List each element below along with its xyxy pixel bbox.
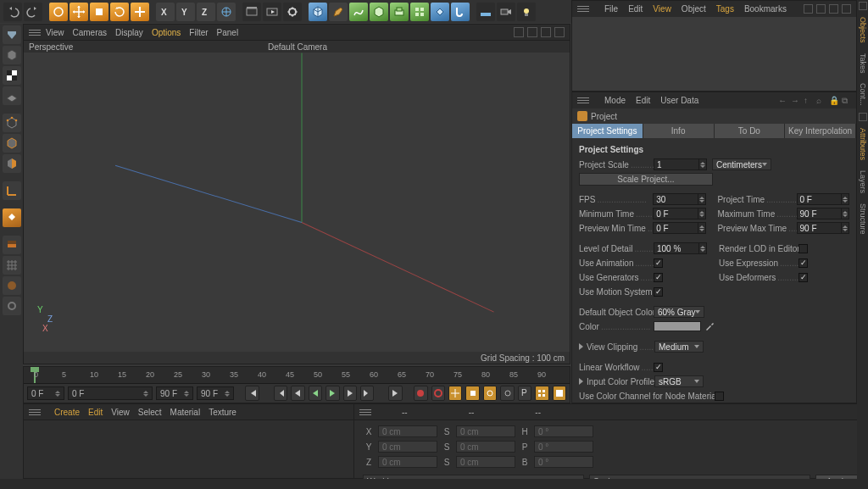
min-time-spinner[interactable] — [698, 208, 706, 219]
icp-select[interactable]: sRGB — [654, 375, 704, 387]
viewport-menu-cameras[interactable]: Cameras — [73, 28, 108, 37]
rtab-icon[interactable] — [859, 113, 867, 121]
coord-p[interactable]: 0 ° — [534, 441, 593, 453]
timeline-end[interactable]: 90 F — [156, 386, 193, 400]
texture-mode-icon[interactable] — [3, 66, 21, 85]
coord-b[interactable]: 0 ° — [534, 456, 593, 468]
viewport-orbit-icon[interactable] — [541, 27, 551, 37]
max-time-field[interactable]: 90 F — [797, 208, 843, 219]
obj-eye-icon[interactable] — [829, 4, 838, 14]
hamburger-icon[interactable] — [359, 409, 371, 415]
redo-icon[interactable] — [24, 3, 42, 21]
linear-wf-checkbox[interactable] — [654, 363, 663, 372]
prev-max-spinner[interactable] — [841, 222, 849, 234]
attr-menu-userdata[interactable]: User Data — [660, 96, 698, 105]
attr-back-icon[interactable]: ← — [778, 96, 787, 105]
obj-filter-icon[interactable] — [816, 4, 826, 14]
workplane-icon[interactable] — [3, 86, 21, 105]
expand-icon[interactable] — [579, 378, 583, 385]
project-time-spinner[interactable] — [841, 193, 849, 205]
rtab-content[interactable]: Cont... — [859, 78, 867, 111]
coord-system-icon[interactable] — [217, 3, 236, 21]
snap-icon[interactable] — [3, 236, 21, 254]
hamburger-icon[interactable] — [29, 30, 41, 36]
viewport-layout-icon[interactable] — [554, 27, 565, 37]
rtab-icon[interactable] — [859, 2, 867, 10]
obj-menu-view[interactable]: View — [653, 4, 671, 14]
viewport-zoom-icon[interactable] — [527, 27, 537, 37]
use-gen-checkbox[interactable] — [654, 273, 663, 282]
goto-end-icon[interactable] — [388, 386, 402, 401]
color-swatch[interactable] — [654, 321, 701, 331]
tab-info[interactable]: Info — [643, 124, 715, 138]
move-icon[interactable] — [70, 3, 88, 21]
render-lod-checkbox[interactable] — [798, 244, 808, 253]
material-menu-texture[interactable]: Texture — [209, 408, 236, 417]
key-rot-icon[interactable] — [483, 386, 497, 401]
rtab-layers[interactable]: Layers — [859, 165, 867, 198]
expand-icon[interactable] — [579, 343, 583, 350]
attr-lock-icon[interactable]: 🔒 — [829, 96, 838, 105]
viewport-menu-panel[interactable]: Panel — [217, 28, 239, 37]
y-axis-icon[interactable]: Y — [176, 3, 195, 21]
camera-icon[interactable] — [497, 3, 515, 21]
hamburger-icon[interactable] — [577, 6, 589, 12]
project-scale-field[interactable]: 1 — [654, 158, 699, 170]
def-color-select[interactable]: 60% Gray — [654, 306, 704, 318]
use-motion-checkbox[interactable] — [654, 287, 663, 297]
rotate-icon[interactable] — [110, 3, 129, 21]
hamburger-icon[interactable] — [29, 409, 41, 415]
viewport-solo-icon[interactable] — [3, 208, 21, 227]
edges-mode-icon[interactable] — [3, 134, 21, 153]
attr-up-icon[interactable]: ↑ — [804, 96, 813, 105]
material-menu-create[interactable]: Create — [54, 408, 80, 417]
live-select-icon[interactable] — [49, 3, 68, 21]
last-tool-icon[interactable] — [131, 3, 149, 21]
subdiv-icon[interactable] — [370, 3, 388, 21]
scale-project-button[interactable]: Scale Project... — [579, 173, 713, 186]
coord-h[interactable]: 0 ° — [534, 425, 593, 437]
lod-spinner[interactable] — [698, 242, 707, 254]
render-region-icon[interactable] — [263, 3, 281, 21]
project-scale-spinner[interactable] — [698, 158, 707, 170]
project-time-field[interactable]: 0 F — [797, 193, 843, 205]
prev-key-icon[interactable] — [274, 386, 287, 401]
attr-fwd-icon[interactable]: → — [791, 96, 800, 105]
viewport-menu-filter[interactable]: Filter — [189, 28, 208, 37]
key-pla-icon[interactable]: P — [518, 386, 531, 401]
obj-search-icon[interactable] — [804, 4, 813, 14]
make-editable-icon[interactable] — [3, 25, 21, 44]
autokey-icon[interactable] — [431, 386, 445, 401]
scale-icon[interactable] — [90, 3, 108, 21]
next-frame-icon[interactable] — [343, 386, 357, 401]
floor-icon[interactable] — [476, 3, 495, 21]
coord-sy[interactable]: 0 cm — [456, 441, 515, 453]
bend-icon[interactable] — [451, 3, 470, 21]
play-icon[interactable] — [326, 386, 339, 401]
use-expr-checkbox[interactable] — [798, 258, 808, 268]
objects-tree[interactable] — [572, 17, 856, 91]
max-time-spinner[interactable] — [841, 208, 849, 219]
attr-menu-mode[interactable]: Mode — [604, 96, 626, 105]
attr-search-icon[interactable]: ⌕ — [816, 96, 826, 105]
obj-menu-tags[interactable]: Tags — [716, 4, 734, 14]
viewport-pan-icon[interactable] — [514, 27, 524, 37]
obj-menu-edit[interactable]: Edit — [628, 4, 643, 14]
z-axis-icon[interactable]: Z — [197, 3, 215, 21]
timeline-end2[interactable]: 90 F — [197, 386, 234, 400]
undo-icon[interactable] — [3, 3, 22, 21]
tweak-icon[interactable] — [3, 297, 21, 315]
pen-icon[interactable] — [329, 3, 348, 21]
rtab-objects[interactable]: Objects — [859, 12, 867, 48]
use-def-checkbox[interactable] — [798, 273, 808, 282]
key-pos-icon[interactable] — [448, 386, 462, 401]
use-anim-checkbox[interactable] — [654, 258, 663, 268]
extrude-icon[interactable] — [390, 3, 409, 21]
coord-sx[interactable]: 0 cm — [456, 425, 515, 437]
viewport-menu-view[interactable]: View — [46, 28, 64, 37]
view-clip-select[interactable]: Medium — [654, 341, 704, 353]
array-icon[interactable] — [410, 3, 429, 21]
goto-start-icon[interactable] — [245, 386, 259, 401]
key-sel-icon[interactable] — [535, 386, 548, 401]
rtab-attributes[interactable]: Attributes — [859, 123, 867, 165]
